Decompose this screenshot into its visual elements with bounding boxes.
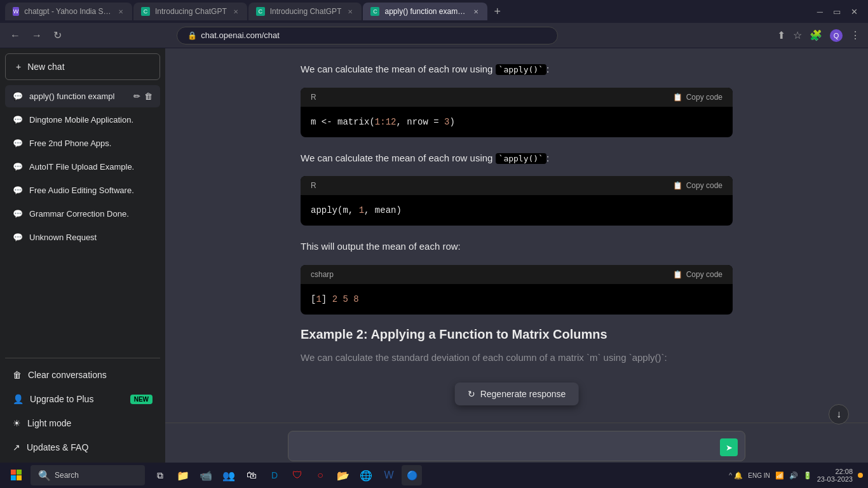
taskbar-date-value: 23-03-2023: [817, 475, 853, 483]
trash-icon: 🗑: [13, 370, 22, 380]
system-tray-icons: ^ 🔔: [729, 471, 743, 480]
tab-2[interactable]: C Introducing ChatGPT ✕: [133, 3, 247, 20]
chat-item-6[interactable]: 💬 Unknown Request: [5, 226, 160, 248]
store-icon: 🛍: [247, 470, 257, 481]
close-icon[interactable]: ✕: [851, 7, 858, 17]
antivirus-button[interactable]: 🛡: [287, 465, 308, 485]
start-button[interactable]: [5, 464, 28, 487]
chat-item-0[interactable]: 💬 apply() function exampl ✏ 🗑: [5, 85, 160, 107]
user-icon: 👤: [13, 394, 24, 404]
chat-item-label: AutoIT File Upload Example.: [29, 162, 153, 172]
files-button[interactable]: 📂: [333, 465, 353, 485]
language-indicator: ENG IN: [748, 472, 770, 479]
taskbar-clock: 22:08 23-03-2023: [817, 468, 853, 483]
new-badge: NEW: [130, 395, 153, 404]
chrome-button[interactable]: 🔵: [402, 465, 422, 485]
files-icon: 📂: [337, 470, 349, 482]
extensions-icon[interactable]: 🧩: [810, 29, 822, 42]
dell-button[interactable]: D: [264, 465, 285, 485]
chevron-down-icon: ↓: [836, 409, 841, 420]
tab-3-label: Introducing ChatGPT: [270, 7, 342, 16]
updates-faq-button[interactable]: ↗ Updates & FAQ: [5, 436, 160, 459]
browser-button[interactable]: ○: [310, 465, 330, 485]
regenerate-popup[interactable]: ↻ Regenerate response: [455, 383, 579, 405]
chat-icon: 💬: [13, 162, 23, 172]
scroll-down-button[interactable]: ↓: [829, 404, 849, 424]
chat-item-2[interactable]: 💬 Free 2nd Phone Apps.: [5, 132, 160, 154]
chat-item-label: Unknown Request: [29, 233, 153, 242]
taskbar-search-label: Search: [55, 471, 79, 480]
address-text: chat.openai.com/chat: [201, 30, 280, 40]
tab-1-favicon: W: [13, 7, 19, 16]
chat-item-label: Dingtone Mobile Application.: [29, 115, 153, 125]
code-lang-2: R: [311, 181, 316, 190]
share-icon[interactable]: ⬆: [777, 29, 785, 42]
profile-icon[interactable]: Q: [830, 29, 843, 42]
word-button[interactable]: W: [379, 465, 399, 485]
minimize-icon[interactable]: ─: [817, 7, 823, 17]
windows-icon: [11, 470, 22, 481]
chat-item-3[interactable]: 💬 AutoIT File Upload Example.: [5, 156, 160, 178]
code-pre-3: [1] 2 5 8: [301, 284, 733, 315]
tab-1-label: chatgpt - Yahoo India Search Res...: [24, 7, 112, 16]
copy-code-1-button[interactable]: 📋 Copy code: [673, 93, 722, 102]
chat-input[interactable]: [288, 431, 745, 461]
chat-item-actions: ✏ 🗑: [133, 92, 153, 101]
taskbar-search[interactable]: 🔍 Search: [31, 465, 145, 485]
tab-1[interactable]: W chatgpt - Yahoo India Search Res... ✕: [5, 3, 132, 20]
tab-2-favicon: C: [141, 7, 150, 16]
copy-code-2-button[interactable]: 📋 Copy code: [673, 181, 722, 190]
tab-3-close[interactable]: ✕: [346, 7, 354, 17]
maximize-icon[interactable]: ▭: [833, 7, 841, 17]
menu-icon[interactable]: ⋮: [850, 29, 860, 42]
new-chat-button[interactable]: + New chat: [5, 53, 160, 80]
chat-item-4[interactable]: 💬 Free Audio Editing Software.: [5, 179, 160, 201]
edge-icon: 🌐: [360, 470, 372, 482]
copy-icon-3: 📋: [673, 270, 682, 279]
dell-icon: D: [271, 470, 278, 480]
delete-icon[interactable]: 🗑: [144, 92, 153, 101]
edge-button[interactable]: 🌐: [356, 465, 376, 485]
send-button[interactable]: ➤: [720, 438, 738, 456]
tab-4[interactable]: C apply() function examples ✕: [363, 3, 487, 20]
video-button[interactable]: 📹: [196, 465, 216, 485]
back-button[interactable]: ←: [8, 27, 23, 44]
bookmark-icon[interactable]: ☆: [793, 29, 802, 42]
antivirus-icon: 🛡: [292, 470, 302, 481]
address-input[interactable]: 🔒 chat.openai.com/chat: [177, 27, 558, 44]
new-tab-button[interactable]: +: [489, 5, 506, 18]
word-icon: W: [384, 470, 393, 481]
upgrade-label: Upgrade to Plus: [30, 394, 93, 404]
message-container: We can calculate the mean of each row us…: [288, 61, 745, 365]
svg-rect-0: [11, 470, 16, 475]
regenerate-icon: ↻: [468, 389, 475, 399]
browser-icon: ○: [317, 470, 323, 481]
chat-icon: 💬: [13, 233, 23, 242]
light-mode-button[interactable]: ☀ Light mode: [5, 412, 160, 435]
store-button[interactable]: 🛍: [241, 465, 262, 485]
new-chat-label: New chat: [27, 62, 64, 72]
code-block-3: csharp 📋 Copy code [1] 2 5 8: [301, 265, 733, 315]
refresh-button[interactable]: ↻: [51, 27, 64, 44]
tab-1-close[interactable]: ✕: [117, 7, 125, 17]
tab-2-close[interactable]: ✕: [232, 7, 240, 17]
main-layout: + New chat 💬 apply() function exampl ✏ 🗑…: [0, 48, 868, 488]
task-view-button[interactable]: ⧉: [150, 465, 170, 485]
copy-code-3-button[interactable]: 📋 Copy code: [673, 270, 722, 279]
tab-4-close[interactable]: ✕: [472, 7, 480, 17]
teams-button[interactable]: 👥: [219, 465, 239, 485]
upgrade-to-plus-button[interactable]: 👤 Upgrade to Plus NEW: [5, 388, 160, 410]
chat-item-1[interactable]: 💬 Dingtone Mobile Application.: [5, 109, 160, 131]
plus-icon: +: [16, 62, 21, 72]
chat-item-5[interactable]: 💬 Grammar Correction Done.: [5, 203, 160, 225]
clear-conversations-button[interactable]: 🗑 Clear conversations: [5, 363, 160, 386]
tab-2-label: Introducing ChatGPT: [155, 7, 227, 16]
tab-3[interactable]: C Introducing ChatGPT ✕: [248, 3, 362, 20]
forward-button[interactable]: →: [29, 27, 44, 44]
folder-icon: 📁: [177, 470, 189, 482]
edit-icon[interactable]: ✏: [133, 92, 140, 101]
file-explorer-button[interactable]: 📁: [173, 465, 193, 485]
prose-text-2: We can calculate the mean of each row us…: [301, 150, 733, 166]
regenerate-label: Regenerate response: [480, 389, 566, 399]
teams-icon: 👥: [222, 470, 235, 482]
